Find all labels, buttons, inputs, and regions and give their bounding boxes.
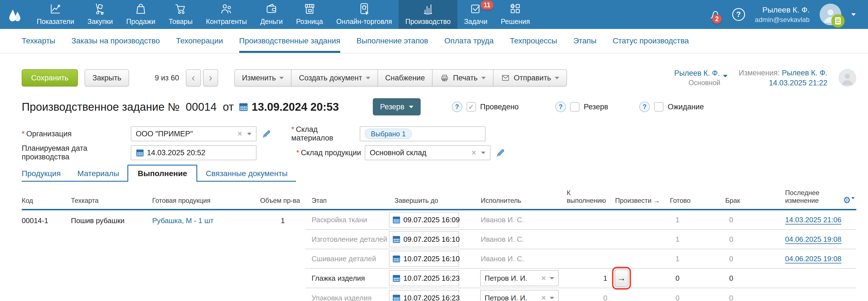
help-icon[interactable] bbox=[732, 8, 745, 21]
last-change-link[interactable]: 04.06.2025 19:08 bbox=[785, 235, 841, 243]
tab-stages[interactable]: Этапы bbox=[574, 29, 597, 53]
clear-icon[interactable] bbox=[238, 130, 242, 138]
reserve-checkbox[interactable] bbox=[570, 102, 580, 112]
nav-item-counterparties[interactable]: Контрагенты bbox=[199, 0, 253, 29]
tab-production-orders[interactable]: Заказы на производство bbox=[71, 29, 160, 53]
document-date[interactable]: 13.09.2024 20:53 bbox=[251, 101, 339, 113]
edit-pencil-icon[interactable] bbox=[261, 129, 272, 139]
clear-icon[interactable] bbox=[541, 275, 546, 282]
question-icon[interactable] bbox=[555, 101, 566, 112]
product-link[interactable]: Рубашка, М - 1 шт bbox=[152, 216, 260, 225]
calendar-icon[interactable] bbox=[136, 149, 144, 157]
supply-button[interactable]: Снабжение bbox=[377, 69, 433, 87]
defect-cell: 0 bbox=[716, 274, 776, 283]
stage-due-input[interactable]: 10.07.2025 16:10 bbox=[389, 251, 459, 267]
nav-item-sales[interactable]: Продажи bbox=[120, 0, 162, 29]
stage-due-input[interactable]: 09.07.2025 16:09 bbox=[389, 212, 459, 228]
tab-techcards[interactable]: Техкарты bbox=[22, 29, 55, 53]
stage-row: Сшивание деталей 10.07.2025 16:10 Иванов… bbox=[306, 249, 856, 269]
defect-cell: 0 bbox=[716, 235, 776, 244]
nav-item-solutions[interactable]: Решения bbox=[494, 0, 537, 29]
tab-production-tasks[interactable]: Производственные задания bbox=[239, 29, 341, 53]
save-button[interactable]: Сохранить bbox=[22, 69, 78, 87]
question-icon[interactable] bbox=[639, 101, 650, 112]
tab-execution[interactable]: Выполнение bbox=[127, 165, 197, 182]
send-menu-button[interactable]: Отправить bbox=[493, 69, 567, 87]
waiting-checkbox[interactable] bbox=[654, 102, 663, 112]
tab-techoperations[interactable]: Техоперации bbox=[176, 29, 223, 53]
clear-icon[interactable] bbox=[471, 149, 476, 157]
question-icon[interactable] bbox=[452, 101, 462, 112]
chevron-down-icon[interactable] bbox=[550, 297, 554, 299]
changes-date-link[interactable]: 14.03.2025 21:22 bbox=[739, 78, 827, 88]
stage-due-input[interactable]: 09.07.2025 16:10 bbox=[389, 231, 459, 247]
materials-store-select[interactable]: Выбрано 1 bbox=[360, 126, 486, 141]
changes-author-link[interactable]: Рылеев К. Ф. bbox=[782, 69, 827, 77]
tab-labor-payment[interactable]: Оплата труда bbox=[444, 29, 494, 53]
stage-row: Изготовление деталей 09.07.2025 16:10 Ив… bbox=[306, 230, 856, 249]
tab-techprocesses[interactable]: Техпроцессы bbox=[510, 29, 557, 53]
nav-item-online-trade[interactable]: Онлайн-торговля bbox=[330, 0, 399, 29]
nav-item-purchases[interactable]: Закупки bbox=[81, 0, 120, 29]
nav-item-production[interactable]: Производство bbox=[399, 0, 457, 29]
cart-icon bbox=[174, 2, 187, 16]
nav-item-goods[interactable]: Товары bbox=[162, 0, 199, 29]
tab-materials[interactable]: Материалы bbox=[69, 165, 127, 182]
organization-label: *Организация bbox=[22, 130, 131, 138]
stage-assignee-select[interactable]: Петров И. И. bbox=[480, 290, 559, 301]
calendar-icon[interactable] bbox=[239, 102, 248, 112]
planned-date-input[interactable]: 14.03.2025 20:52 bbox=[131, 145, 256, 160]
owner-block[interactable]: Рылеев К. Ф. Основной bbox=[674, 68, 727, 87]
chevron-down-icon[interactable] bbox=[247, 133, 251, 135]
produce-button[interactable] bbox=[615, 269, 628, 287]
clear-icon[interactable] bbox=[541, 294, 546, 301]
col-defect: Брак bbox=[716, 197, 776, 205]
stage-due-input[interactable]: 10.07.2025 16:23 bbox=[389, 290, 459, 301]
organization-select[interactable]: ООО "ПРИМЕР" bbox=[131, 126, 256, 141]
stage-due-input[interactable]: 10.07.2025 16:23 bbox=[389, 270, 459, 286]
next-record-button[interactable] bbox=[203, 69, 218, 87]
user-menu-chevron-icon[interactable] bbox=[851, 13, 856, 16]
document-header: Производственное задание № 00014 от 13.0… bbox=[22, 98, 856, 116]
envelope-icon bbox=[501, 73, 510, 83]
selected-count-chip[interactable]: Выбрано 1 bbox=[365, 128, 412, 139]
edit-menu-button[interactable]: Изменить bbox=[234, 69, 292, 87]
col-product: Готовая продукция bbox=[152, 197, 260, 205]
posted-label: Проведено bbox=[480, 103, 519, 111]
top-navigation-bar: Показатели Закупки Продажи Товары Контра… bbox=[0, 0, 868, 29]
nav-item-tasks[interactable]: 11 Задачи bbox=[457, 0, 494, 29]
moysklad-logo[interactable] bbox=[0, 0, 30, 29]
status-button[interactable]: Резерв bbox=[373, 98, 421, 116]
last-change-link[interactable]: 14.03.2025 21:06 bbox=[785, 216, 841, 224]
bag-icon bbox=[134, 2, 148, 16]
todo-cell: 0 bbox=[560, 294, 607, 301]
changes-label: Изменения: bbox=[739, 69, 779, 77]
products-store-select[interactable]: Основной склад bbox=[365, 145, 491, 160]
nav-item-money[interactable]: Деньги bbox=[253, 0, 289, 29]
table-settings-gear-icon[interactable] bbox=[843, 196, 856, 205]
notifications-button[interactable]: 2 bbox=[708, 7, 722, 22]
last-change-link[interactable]: 04.06.2025 19:08 bbox=[785, 254, 841, 263]
edit-pencil-icon[interactable] bbox=[495, 148, 505, 158]
nav-item-indicators[interactable]: Показатели bbox=[30, 0, 81, 29]
required-asterisk: * bbox=[291, 125, 294, 133]
stage-assignee-select[interactable]: Петров И. И. bbox=[480, 270, 559, 286]
tab-stage-execution[interactable]: Выполнение этапов bbox=[356, 29, 428, 53]
stage-row: Раскройка ткани 09.07.2025 16:09 Иванов … bbox=[306, 210, 856, 230]
chevron-down-icon[interactable] bbox=[550, 277, 554, 279]
defect-cell: 0 bbox=[716, 254, 776, 263]
calendar-icon bbox=[392, 216, 401, 224]
tab-products[interactable]: Продукция bbox=[22, 165, 69, 182]
nav-item-retail[interactable]: Розница bbox=[289, 0, 330, 29]
user-avatar[interactable] bbox=[819, 4, 841, 25]
todo-cell: 1 bbox=[560, 274, 607, 283]
chevron-down-icon[interactable] bbox=[481, 152, 486, 154]
print-menu-button[interactable]: Печать bbox=[432, 69, 493, 87]
prev-record-button[interactable] bbox=[186, 69, 201, 87]
create-document-menu-button[interactable]: Создать документ bbox=[291, 69, 378, 87]
close-button[interactable]: Закрыть bbox=[85, 69, 129, 87]
calendar-icon bbox=[392, 274, 401, 282]
tab-linked-documents[interactable]: Связанные документы bbox=[197, 165, 296, 182]
tab-production-status[interactable]: Статус производства bbox=[613, 29, 689, 53]
posted-checkbox[interactable] bbox=[467, 102, 476, 112]
